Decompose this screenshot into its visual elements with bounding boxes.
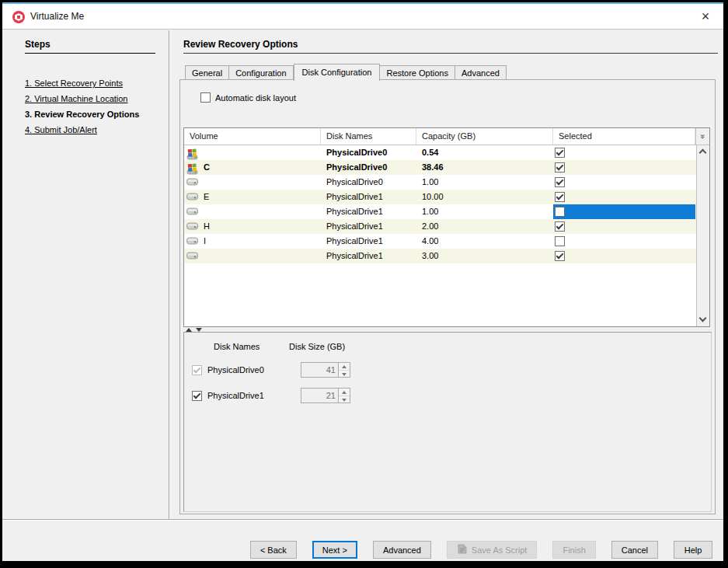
volume-cell: I — [184, 234, 321, 249]
column-header-disk-names[interactable]: Disk Names — [321, 128, 416, 145]
disk-name-cell: PhysicalDrive1 — [321, 234, 416, 249]
volume-label: H — [204, 219, 210, 234]
table-row[interactable]: PhysicalDrive11.00 — [184, 204, 696, 219]
automatic-disk-layout-label: Automatic disk layout — [215, 93, 296, 103]
button-label: < Back — [260, 545, 287, 555]
button-label: Save As Script — [472, 545, 528, 555]
tab-disk-configuration[interactable]: Disk Configuration — [294, 64, 381, 81]
volumes-table: Volume Disk Names Capacity (GB) Selected… — [183, 127, 710, 327]
disk-size-value: 21 — [301, 391, 338, 400]
sidebar-step-2[interactable]: 2. Virtual Machine Location — [25, 94, 162, 103]
row-selected-checkbox[interactable] — [555, 221, 565, 232]
disk-name-cell: PhysicalDrive1 — [321, 219, 416, 234]
disk-size-row: PhysicalDrive041 — [192, 362, 350, 378]
disk-configuration-panel: Automatic disk layout Volume Disk Names … — [179, 79, 716, 514]
windows-volume-icon — [186, 147, 200, 159]
table-row[interactable]: PhysicalDrive00.54 — [184, 145, 696, 160]
spinner-up-icon[interactable] — [339, 389, 350, 396]
column-chooser-button[interactable]: » — [695, 128, 709, 145]
button-label: Next > — [322, 545, 347, 555]
disk-size-spinner[interactable]: 21 — [301, 388, 350, 403]
tab-general[interactable]: General — [185, 65, 229, 80]
close-icon[interactable]: × — [695, 7, 716, 27]
column-header-selected[interactable]: Selected — [553, 128, 695, 145]
selected-cell[interactable] — [553, 249, 695, 263]
volume-label: E — [204, 190, 209, 204]
volumes-table-header: Volume Disk Names Capacity (GB) Selected… — [184, 128, 709, 145]
volume-cell — [184, 175, 321, 190]
help-button[interactable]: Help — [674, 541, 712, 559]
capacity-cell: 3.00 — [416, 249, 553, 263]
dialog-frame: Virtualize Me × Steps 1. Select Recovery… — [2, 2, 723, 561]
spinner-down-icon[interactable] — [339, 370, 350, 378]
volume-cell: C — [184, 160, 321, 175]
vertical-scrollbar[interactable] — [696, 145, 709, 326]
table-row[interactable]: PhysicalDrive01.00 — [184, 175, 696, 190]
disk-volume-icon — [186, 250, 200, 263]
tab-advanced[interactable]: Advanced — [455, 65, 507, 80]
double-chevron-icon: » — [695, 134, 709, 138]
cancel-button[interactable]: Cancel — [611, 541, 658, 559]
spinner-up-icon[interactable] — [339, 363, 350, 370]
column-header-capacity[interactable]: Capacity (GB) — [416, 128, 553, 145]
automatic-disk-layout-checkbox[interactable] — [200, 92, 211, 103]
disk-volume-icon — [186, 221, 200, 233]
advanced-button[interactable]: Advanced — [373, 541, 431, 559]
disk-volume-icon — [186, 191, 200, 204]
tab-configuration[interactable]: Configuration — [229, 65, 293, 80]
capacity-cell: 10.00 — [416, 190, 553, 204]
disk-include-checkbox — [192, 365, 202, 375]
selected-cell[interactable] — [553, 234, 695, 249]
selected-cell[interactable] — [553, 204, 695, 219]
back-button[interactable]: < Back — [250, 541, 297, 559]
button-label: Finish — [563, 545, 585, 555]
table-row[interactable]: IPhysicalDrive14.00 — [184, 234, 696, 249]
disk-names-heading: Disk Names — [214, 342, 260, 351]
volume-cell — [184, 249, 321, 263]
automatic-disk-layout-option[interactable]: Automatic disk layout — [200, 92, 296, 103]
table-row[interactable]: PhysicalDrive13.00 — [184, 249, 696, 263]
row-selected-checkbox[interactable] — [555, 148, 565, 158]
sidebar-step-1[interactable]: 1. Select Recovery Points — [25, 78, 162, 88]
steps-sidebar: Steps 1. Select Recovery Points2. Virtua… — [2, 30, 169, 519]
next-button[interactable]: Next > — [312, 541, 357, 559]
row-selected-checkbox[interactable] — [555, 236, 565, 246]
capacity-cell: 1.00 — [416, 204, 553, 219]
app-logo-icon — [12, 11, 25, 23]
table-row[interactable]: HPhysicalDrive12.00 — [184, 219, 696, 234]
selected-cell[interactable] — [553, 175, 695, 190]
volume-cell — [184, 145, 321, 160]
disk-volume-icon — [186, 206, 200, 218]
scroll-up-icon[interactable] — [697, 145, 709, 159]
row-selected-checkbox[interactable] — [555, 162, 565, 172]
sidebar-step-4[interactable]: 4. Submit Job/Alert — [25, 125, 162, 134]
windows-volume-icon — [186, 162, 200, 174]
tab-restore-options[interactable]: Restore Options — [380, 65, 455, 80]
footer-separator — [2, 519, 723, 520]
capacity-cell: 1.00 — [416, 175, 553, 190]
row-selected-checkbox[interactable] — [555, 207, 565, 217]
volumes-table-body: PhysicalDrive00.54CPhysicalDrive038.46Ph… — [184, 145, 696, 326]
volume-cell: H — [184, 219, 321, 234]
column-header-volume[interactable]: Volume — [184, 128, 321, 145]
table-row[interactable]: CPhysicalDrive038.46 — [184, 160, 696, 175]
row-selected-checkbox[interactable] — [555, 251, 565, 261]
selected-cell[interactable] — [553, 160, 695, 175]
capacity-cell: 38.46 — [416, 160, 553, 175]
volume-label: C — [204, 160, 210, 175]
disk-name-label: PhysicalDrive0 — [207, 365, 301, 375]
selected-cell[interactable] — [553, 190, 695, 204]
row-selected-checkbox[interactable] — [555, 177, 565, 187]
footer-button-bar: < BackNext >AdvancedSave As ScriptFinish… — [2, 521, 723, 561]
selected-cell[interactable] — [553, 145, 695, 160]
disk-volume-icon — [186, 176, 200, 189]
spinner-down-icon[interactable] — [339, 396, 350, 403]
table-row[interactable]: EPhysicalDrive110.00 — [184, 190, 696, 204]
row-selected-checkbox[interactable] — [555, 192, 565, 202]
selected-cell[interactable] — [553, 219, 695, 234]
capacity-cell: 4.00 — [416, 234, 553, 249]
disk-size-row: PhysicalDrive121 — [192, 388, 350, 403]
save-as-script-button: Save As Script — [447, 541, 538, 559]
disk-include-checkbox[interactable] — [192, 391, 202, 401]
scroll-down-icon[interactable] — [697, 313, 709, 326]
